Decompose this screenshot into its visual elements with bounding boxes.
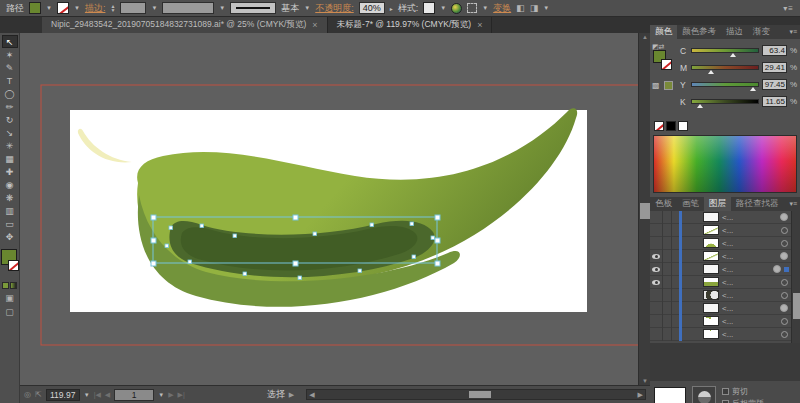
visibility-cell[interactable] — [650, 224, 663, 237]
next-artboard-icon[interactable]: ▶ — [168, 391, 173, 399]
panel-stroke-swatch[interactable] — [661, 59, 672, 70]
scroll-down-icon[interactable]: ▼ — [639, 378, 650, 384]
tab-menu-icon[interactable]: ▾≡ — [789, 197, 800, 211]
tab-menu-icon[interactable]: ▾≡ — [789, 25, 800, 39]
layer-thumbnail[interactable] — [703, 264, 719, 274]
target-circle[interactable] — [781, 292, 788, 299]
scale-tool[interactable]: ↘ — [2, 126, 18, 139]
align-dropdown-icon[interactable]: ▼ — [543, 5, 549, 11]
layer-row-1[interactable]: <... — [650, 211, 791, 224]
lock-cell[interactable] — [663, 263, 672, 276]
layer-row-2[interactable]: <... — [650, 224, 791, 237]
slider-thumb[interactable] — [750, 87, 756, 91]
layer-thumbnail[interactable] — [703, 316, 719, 326]
document-tab-2[interactable]: 未标题-7* @ 119.97% (CMYK/预览)× — [328, 17, 493, 33]
symbol-sprayer-tool[interactable]: ❋ — [2, 191, 18, 204]
target-circle[interactable] — [781, 240, 788, 247]
visibility-cell[interactable] — [650, 250, 663, 263]
visibility-cell[interactable] — [650, 289, 663, 302]
layers-scrollbar-thumb[interactable] — [793, 293, 800, 319]
eyedropper-tool[interactable]: ✚ — [2, 165, 18, 178]
layer-thumbnail[interactable] — [703, 212, 719, 222]
layer-row-6[interactable]: <... — [650, 276, 791, 289]
select-similar-icon[interactable] — [467, 3, 477, 13]
width-tool[interactable]: ✳ — [2, 139, 18, 152]
layer-row-4[interactable]: <... — [650, 250, 791, 263]
opacity-field[interactable]: 40% — [359, 2, 385, 14]
style-dropdown-icon[interactable]: ▼ — [440, 5, 446, 11]
style-swatch[interactable] — [423, 2, 435, 14]
channel-value-field[interactable]: 97.45 — [762, 79, 787, 90]
blend-tool[interactable]: ◉ — [2, 178, 18, 191]
white-swatch[interactable] — [678, 121, 688, 131]
variable-width-dropdown-icon[interactable]: ▼ — [219, 5, 225, 11]
tab-路径查找器[interactable]: 路径查找器 — [731, 197, 784, 211]
layer-thumbnail[interactable] — [703, 225, 719, 235]
ellipse-tool[interactable]: ◯ — [2, 87, 18, 100]
layer-thumbnail[interactable] — [703, 329, 719, 339]
layer-row-10[interactable]: <... — [650, 328, 791, 341]
tab-色板[interactable]: 色板 — [650, 197, 677, 211]
stroke-weight-stepper[interactable]: ▲▼ — [110, 4, 115, 12]
hand-tool[interactable]: ✥ — [2, 230, 18, 243]
layer-row-9[interactable]: <... — [650, 315, 791, 328]
lock-cell[interactable] — [663, 302, 672, 315]
lock-cell[interactable] — [663, 224, 672, 237]
visibility-cell[interactable] — [650, 263, 663, 276]
layer-thumbnail[interactable] — [703, 290, 719, 300]
target-circle[interactable] — [781, 227, 788, 234]
artwork-canvas[interactable] — [20, 33, 650, 385]
lock-cell[interactable] — [663, 289, 672, 302]
invert-mask-checkbox[interactable] — [722, 400, 729, 403]
lock-cell[interactable] — [663, 237, 672, 250]
target-circle[interactable] — [780, 304, 788, 312]
zoom-dropdown-icon[interactable]: ▼ — [84, 392, 90, 398]
last-color-swatch[interactable] — [664, 81, 673, 90]
selection-tool[interactable]: ↖ — [2, 35, 18, 48]
lock-cell[interactable] — [663, 250, 672, 263]
tab-颜色参考[interactable]: 颜色参考 — [677, 25, 721, 39]
opacity-mask-icon[interactable] — [692, 386, 716, 403]
visibility-cell[interactable] — [650, 315, 663, 328]
slider-thumb[interactable] — [730, 53, 736, 57]
channel-value-field[interactable]: 29.41 — [762, 62, 787, 73]
none-swatch[interactable] — [654, 121, 664, 131]
visibility-cell[interactable] — [650, 211, 663, 224]
type-tool[interactable]: T — [2, 74, 18, 87]
first-artboard-icon[interactable]: |◀ — [94, 391, 101, 399]
variable-width-field[interactable] — [162, 2, 214, 14]
opacity-link[interactable]: 不透明度: — [315, 2, 354, 15]
target-circle[interactable] — [780, 252, 788, 260]
recolor-artwork-icon[interactable] — [451, 3, 462, 14]
black-swatch[interactable] — [666, 121, 676, 131]
horizontal-scrollbar-thumb[interactable] — [469, 391, 491, 398]
visibility-cell[interactable] — [650, 302, 663, 315]
artboard-dropdown-icon[interactable]: ▼ — [158, 392, 164, 398]
layer-thumbnail[interactable] — [703, 303, 719, 313]
status-expand-icon[interactable]: ▶ — [289, 391, 294, 399]
color-spectrum[interactable] — [653, 135, 797, 193]
status-arrow-icon[interactable]: ⇱ — [35, 390, 42, 399]
document-tab-1[interactable]: Nipic_29483542_20190705184832731089.ai* … — [42, 17, 328, 33]
layer-row-8[interactable]: <... — [650, 302, 791, 315]
layer-thumbnail[interactable] — [703, 238, 719, 248]
slider-thumb[interactable] — [697, 104, 703, 108]
target-circle[interactable] — [781, 318, 788, 325]
slider-thumb[interactable] — [708, 70, 714, 74]
magic-wand-tool[interactable]: ✶ — [2, 48, 18, 61]
control-bar-menu-icon[interactable]: ▾≡ — [783, 4, 794, 13]
tab-close-icon[interactable]: × — [312, 20, 317, 30]
tab-close-icon[interactable]: × — [477, 20, 482, 30]
clip-checkbox[interactable] — [722, 388, 729, 395]
layer-thumbnail[interactable] — [703, 251, 719, 261]
swap-fill-stroke-icon[interactable]: ◩⇄ — [652, 43, 664, 50]
layers-scrollbar[interactable] — [791, 211, 800, 343]
screen-mode-icon[interactable]: ▢ — [5, 307, 14, 317]
mesh-tool[interactable]: ▦ — [2, 152, 18, 165]
canvas-area[interactable]: ▲ ▼ — [20, 33, 650, 385]
visibility-cell[interactable] — [650, 328, 663, 341]
color-button[interactable] — [2, 282, 9, 289]
brush-definition-dropdown-icon[interactable]: ▼ — [304, 5, 310, 11]
scroll-right-icon[interactable]: ▶ — [638, 391, 643, 399]
horizontal-scrollbar[interactable]: ◀ ▶ — [306, 389, 646, 400]
